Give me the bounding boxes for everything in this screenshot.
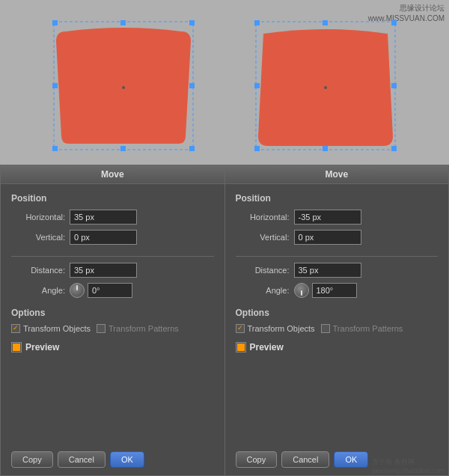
- right-vertical-row: Vertical:: [236, 230, 439, 245]
- left-preview-label: Preview: [25, 342, 59, 353]
- left-distance-row: Distance:: [11, 263, 214, 278]
- left-angle-input[interactable]: [88, 283, 132, 298]
- left-horizontal-input[interactable]: [70, 210, 137, 225]
- right-options-label: Options: [236, 308, 439, 318]
- svg-rect-11: [254, 20, 260, 25]
- left-transform-objects-cb[interactable]: [11, 324, 20, 333]
- left-dialog-buttons: Copy Cancel OK: [1, 445, 224, 475]
- right-options-row: Transform Objects Transform Patterns: [236, 324, 439, 333]
- left-divider1: [11, 256, 214, 257]
- left-transform-objects-label: Transform Objects: [23, 324, 91, 333]
- right-distance-label: Distance:: [236, 266, 290, 275]
- svg-rect-16: [323, 146, 328, 151]
- left-copy-button[interactable]: Copy: [11, 451, 53, 468]
- right-transform-objects-label: Transform Objects: [248, 324, 315, 333]
- right-dialog-title: Move: [225, 165, 449, 184]
- right-transform-patterns-item[interactable]: Transform Patterns: [321, 324, 403, 333]
- right-angle-input[interactable]: [312, 283, 357, 298]
- right-shape-svg: [254, 20, 397, 151]
- right-distance-row: Distance:: [236, 263, 439, 278]
- bottom-wm-line1: 查字典 教程网: [372, 457, 445, 467]
- svg-rect-18: [391, 83, 397, 88]
- svg-rect-14: [391, 146, 397, 151]
- svg-rect-3: [52, 146, 58, 151]
- svg-rect-2: [189, 20, 195, 25]
- left-shape-svg: [52, 20, 195, 151]
- svg-rect-4: [189, 146, 195, 151]
- right-angle-label: Angle:: [236, 286, 290, 295]
- left-angle-dial[interactable]: [70, 283, 85, 298]
- left-transform-patterns-label: Transform Patterns: [109, 324, 179, 333]
- svg-rect-8: [189, 83, 195, 88]
- right-vertical-label: Vertical:: [236, 233, 290, 242]
- left-ok-button[interactable]: OK: [110, 451, 144, 468]
- left-horizontal-label: Horizontal:: [11, 213, 65, 222]
- left-options-label: Options: [11, 308, 214, 318]
- left-transform-patterns-item[interactable]: Transform Patterns: [97, 324, 179, 333]
- right-ok-button[interactable]: OK: [334, 451, 368, 468]
- svg-rect-17: [254, 83, 260, 88]
- left-dialog-title: Move: [1, 165, 224, 184]
- left-dialog-panel: Move Position Horizontal: Vertical: Dist…: [0, 165, 224, 476]
- left-vertical-row: Vertical:: [11, 230, 214, 245]
- right-horizontal-input[interactable]: [294, 210, 361, 225]
- right-distance-input[interactable]: [294, 263, 361, 278]
- left-dialog-body: Position Horizontal: Vertical: Distance:…: [1, 184, 224, 445]
- left-position-label: Position: [11, 193, 214, 204]
- left-transform-objects-item[interactable]: Transform Objects: [11, 324, 91, 333]
- svg-point-19: [324, 86, 327, 89]
- right-angle-row: Angle:: [236, 283, 439, 298]
- left-distance-label: Distance:: [11, 266, 65, 275]
- left-angle-label: Angle:: [11, 286, 65, 295]
- right-transform-objects-cb[interactable]: [236, 324, 245, 333]
- right-transform-patterns-label: Transform Patterns: [333, 324, 403, 333]
- right-transform-objects-item[interactable]: Transform Objects: [236, 324, 315, 333]
- svg-rect-1: [52, 20, 58, 25]
- right-horizontal-label: Horizontal:: [236, 213, 290, 222]
- right-divider1: [236, 256, 439, 257]
- svg-rect-7: [52, 83, 58, 88]
- left-vertical-input[interactable]: [70, 230, 137, 245]
- watermark-line1: 思缘设计论坛: [368, 3, 445, 13]
- right-vertical-input[interactable]: [294, 230, 361, 245]
- svg-rect-13: [254, 146, 260, 151]
- right-preview-row: Preview: [236, 342, 439, 353]
- left-vertical-label: Vertical:: [11, 233, 65, 242]
- right-preview-label: Preview: [250, 342, 284, 353]
- svg-point-9: [122, 86, 125, 89]
- right-dialog-panel: Move Position Horizontal: Vertical: Dist…: [224, 165, 450, 476]
- left-preview-cb[interactable]: [11, 342, 22, 353]
- right-options-section: Options Transform Objects Transform Patt…: [236, 308, 439, 333]
- right-preview-cb[interactable]: [236, 342, 246, 353]
- right-angle-dial[interactable]: [294, 283, 309, 298]
- right-shape-container: [247, 14, 404, 156]
- left-distance-input[interactable]: [70, 263, 137, 278]
- left-cancel-button[interactable]: Cancel: [58, 451, 106, 468]
- left-options-row: Transform Objects Transform Patterns: [11, 324, 214, 333]
- bottom-watermark: 查字典 教程网 jaocheng.chazidian.com: [372, 457, 445, 475]
- svg-rect-5: [120, 20, 126, 25]
- left-shape-container: [45, 14, 202, 156]
- right-horizontal-row: Horizontal:: [236, 210, 439, 225]
- bottom-wm-line2: jaocheng.chazidian.com: [372, 467, 445, 475]
- svg-rect-6: [120, 146, 126, 151]
- right-dialog-body: Position Horizontal: Vertical: Distance:…: [225, 184, 449, 445]
- left-options-section: Options Transform Objects Transform Patt…: [11, 308, 214, 333]
- right-cancel-button[interactable]: Cancel: [281, 451, 329, 468]
- left-transform-patterns-cb[interactable]: [97, 324, 106, 333]
- panels-area: Move Position Horizontal: Vertical: Dist…: [0, 165, 449, 476]
- svg-rect-12: [391, 20, 397, 25]
- right-position-label: Position: [236, 193, 439, 204]
- left-horizontal-row: Horizontal:: [11, 210, 214, 225]
- canvas-area: [0, 0, 449, 165]
- right-transform-patterns-cb[interactable]: [321, 324, 330, 333]
- left-preview-row: Preview: [11, 342, 214, 353]
- left-angle-row: Angle:: [11, 283, 214, 298]
- right-copy-button[interactable]: Copy: [236, 451, 278, 468]
- svg-rect-15: [323, 20, 328, 25]
